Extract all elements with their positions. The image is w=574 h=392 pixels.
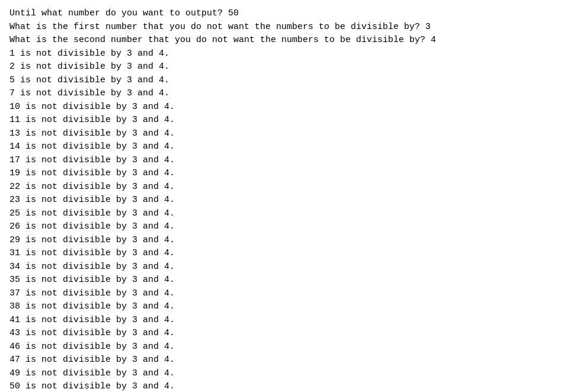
output-line: 25 is not divisible by 3 and 4. (9, 207, 565, 221)
output-line: What is the first number that you do not… (9, 21, 565, 34)
output-line: 37 is not divisible by 3 and 4. (9, 287, 565, 301)
output-line: 50 is not divisible by 3 and 4. (9, 380, 565, 392)
output-line: 10 is not divisible by 3 and 4. (9, 101, 565, 114)
output-line: 41 is not divisible by 3 and 4. (9, 314, 565, 327)
output-line: Until what number do you want to output?… (9, 7, 565, 21)
output-container: Until what number do you want to output?… (9, 7, 565, 392)
output-line: 7 is not divisible by 3 and 4. (9, 87, 565, 101)
output-line: 13 is not divisible by 3 and 4. (9, 127, 565, 141)
output-line: 26 is not divisible by 3 and 4. (9, 220, 565, 234)
output-line: 23 is not divisible by 3 and 4. (9, 194, 565, 207)
output-line: What is the second number that you do no… (9, 34, 565, 47)
output-line: 11 is not divisible by 3 and 4. (9, 114, 565, 127)
output-line: 49 is not divisible by 3 and 4. (9, 367, 565, 381)
output-line: 31 is not divisible by 3 and 4. (9, 247, 565, 261)
output-line: 2 is not divisible by 3 and 4. (9, 60, 565, 74)
output-line: 29 is not divisible by 3 and 4. (9, 234, 565, 248)
output-line: 46 is not divisible by 3 and 4. (9, 340, 565, 354)
output-line: 14 is not divisible by 3 and 4. (9, 140, 565, 154)
output-line: 34 is not divisible by 3 and 4. (9, 261, 565, 274)
output-line: 47 is not divisible by 3 and 4. (9, 354, 565, 367)
output-line: 43 is not divisible by 3 and 4. (9, 327, 565, 340)
output-line: 17 is not divisible by 3 and 4. (9, 154, 565, 168)
output-line: 22 is not divisible by 3 and 4. (9, 181, 565, 194)
output-line: 38 is not divisible by 3 and 4. (9, 300, 565, 314)
output-line: 5 is not divisible by 3 and 4. (9, 74, 565, 88)
output-line: 19 is not divisible by 3 and 4. (9, 167, 565, 181)
output-line: 1 is not divisible by 3 and 4. (9, 47, 565, 61)
output-line: 35 is not divisible by 3 and 4. (9, 274, 565, 287)
